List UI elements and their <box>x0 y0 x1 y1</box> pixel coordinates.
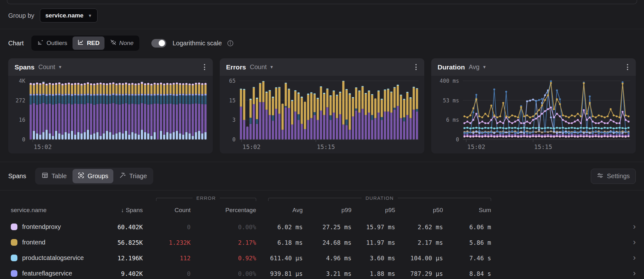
card-title: Spans <box>15 63 35 71</box>
errors-aggregation-select[interactable]: Count ▼ <box>250 63 274 71</box>
svg-text:272: 272 <box>16 97 25 104</box>
spans-section-title: Spans <box>8 172 26 180</box>
table-header: ERROR DURATION service.name ↓Spans Count… <box>0 194 644 217</box>
duration-p95: 3.60 ms <box>351 255 395 262</box>
row-chevron-right-icon[interactable]: › <box>622 253 636 263</box>
column-header-sum[interactable]: Sum <box>443 207 491 214</box>
error-percentage: 0.92% <box>191 255 256 262</box>
spans-aggregation-select[interactable]: Count ▼ <box>38 63 62 71</box>
outliers-icon <box>37 39 44 47</box>
group-by-label: Group by <box>8 12 34 19</box>
svg-text:15:02: 15:02 <box>243 143 261 150</box>
duration-card-header: Duration Avg ▼ <box>431 58 636 76</box>
tab-triage[interactable]: Triage <box>114 169 152 183</box>
spans-section-header: Spans Table Groups Triage Settings <box>0 162 644 190</box>
column-header-p99[interactable]: p99 <box>303 207 351 214</box>
error-column-group: ERROR <box>156 195 256 202</box>
svg-text:15:02: 15:02 <box>34 143 52 150</box>
card-title: Duration <box>438 63 465 71</box>
chart-mode-none[interactable]: None <box>105 36 138 50</box>
table-body: frontendproxy60.402K00.00%6.02 ms27.25 m… <box>0 217 644 279</box>
eye-off-icon <box>110 39 117 47</box>
svg-text:15:02: 15:02 <box>467 143 485 150</box>
chart-controls-row: Chart Outliers RED None Logarithmic scal… <box>0 29 644 58</box>
error-percentage: 0.00% <box>191 270 256 277</box>
duration-p95: 1.88 ms <box>351 270 395 277</box>
group-by-select[interactable]: service.name ▼ <box>40 9 97 23</box>
duration-sum: 8.84 s <box>443 270 491 277</box>
table-row[interactable]: frontendproxy60.402K00.00%6.02 ms27.25 m… <box>11 219 636 235</box>
svg-text:15: 15 <box>229 97 236 104</box>
kebab-menu-icon[interactable] <box>414 63 418 71</box>
svg-text:15:15: 15:15 <box>317 143 335 150</box>
tab-table[interactable]: Table <box>36 169 72 183</box>
table-row[interactable]: productcatalogservice12.196K1120.92%611.… <box>11 250 636 266</box>
table-row[interactable]: featureflagservice9.402K00.00%939.81 µs3… <box>11 266 636 279</box>
duration-chart-card: Duration Avg ▼ 06 ms53 ms400 ms15:0215:1… <box>431 58 636 153</box>
card-title: Errors <box>226 63 246 71</box>
column-header-error-percentage[interactable]: Percentage <box>191 207 256 214</box>
error-percentage: 0.00% <box>191 224 256 230</box>
spans-count: 9.402K <box>112 270 143 277</box>
chevron-down-icon: ▼ <box>88 13 92 18</box>
spans-card-header: Spans Count ▼ <box>8 58 213 76</box>
chart-label: Chart <box>8 40 24 47</box>
service-name: frontend <box>22 239 45 246</box>
tab-groups[interactable]: Groups <box>73 169 114 183</box>
svg-text:15:15: 15:15 <box>534 143 552 150</box>
svg-text:400 ms: 400 ms <box>440 78 459 84</box>
duration-p50: 2.17 ms <box>395 239 443 246</box>
column-header-error-count[interactable]: Count <box>143 207 191 214</box>
column-header-p50[interactable]: p50 <box>395 207 443 214</box>
chart-mode-segmented-control: Outliers RED None <box>31 36 139 51</box>
sort-desc-icon: ↓ <box>121 207 124 213</box>
filter-bar-bottom-edge <box>7 0 637 4</box>
table-icon <box>41 172 48 180</box>
table-row[interactable]: frontend56.825K1.232K2.17%6.18 ms24.68 m… <box>11 235 636 250</box>
kebab-menu-icon[interactable] <box>203 63 206 71</box>
chevron-down-icon: ▼ <box>58 65 62 69</box>
spans-count: 60.402K <box>112 224 143 230</box>
column-group-brackets: ERROR DURATION <box>11 194 636 203</box>
table-top-divider <box>0 190 644 191</box>
row-chevron-right-icon[interactable]: › <box>622 222 636 232</box>
duration-avg: 6.18 ms <box>256 239 303 246</box>
errors-card-header: Errors Count ▼ <box>220 58 424 76</box>
info-icon[interactable] <box>227 40 234 47</box>
error-count: 1.232K <box>143 239 191 246</box>
spans-view-tabs: Table Groups Triage <box>35 168 153 185</box>
duration-p99: 3.21 ms <box>303 270 351 277</box>
row-chevron-right-icon[interactable]: › <box>622 269 636 278</box>
svg-text:0: 0 <box>456 136 459 143</box>
chart-mode-outliers[interactable]: Outliers <box>32 36 72 50</box>
svg-text:6 ms: 6 ms <box>446 117 459 123</box>
service-color-swatch <box>11 270 17 277</box>
row-chevron-right-icon[interactable]: › <box>622 238 636 247</box>
groups-icon <box>78 172 85 180</box>
duration-p99: 24.68 ms <box>303 239 351 246</box>
svg-text:0: 0 <box>232 136 236 143</box>
spans-chart-card: Spans Count ▼ 0162724K15:02 <box>8 58 213 153</box>
settings-button[interactable]: Settings <box>591 169 636 184</box>
svg-text:16: 16 <box>19 117 25 123</box>
group-by-row: Group by service.name ▼ <box>0 4 644 29</box>
kebab-menu-icon[interactable] <box>626 63 629 71</box>
triage-wand-icon <box>119 172 126 180</box>
column-header-p95[interactable]: p95 <box>351 207 395 214</box>
svg-text:3: 3 <box>232 117 236 123</box>
column-header-spans[interactable]: ↓Spans <box>112 207 143 214</box>
duration-avg: 6.02 ms <box>256 224 303 230</box>
group-by-value: service.name <box>45 12 83 19</box>
error-count: 0 <box>143 270 191 277</box>
duration-p50: 2.62 ms <box>395 224 443 230</box>
column-header-service-name[interactable]: service.name <box>11 207 112 214</box>
svg-text:4K: 4K <box>19 78 26 84</box>
duration-aggregation-select[interactable]: Avg ▼ <box>469 63 486 71</box>
log-scale-toggle[interactable] <box>151 39 166 48</box>
service-name: featureflagservice <box>22 270 72 277</box>
chevron-down-icon: ▼ <box>482 65 486 69</box>
chart-mode-red[interactable]: RED <box>73 36 104 50</box>
column-header-avg[interactable]: Avg <box>256 207 303 214</box>
duration-sum: 7.46 s <box>443 255 491 262</box>
duration-p50: 104.00 µs <box>395 255 443 262</box>
